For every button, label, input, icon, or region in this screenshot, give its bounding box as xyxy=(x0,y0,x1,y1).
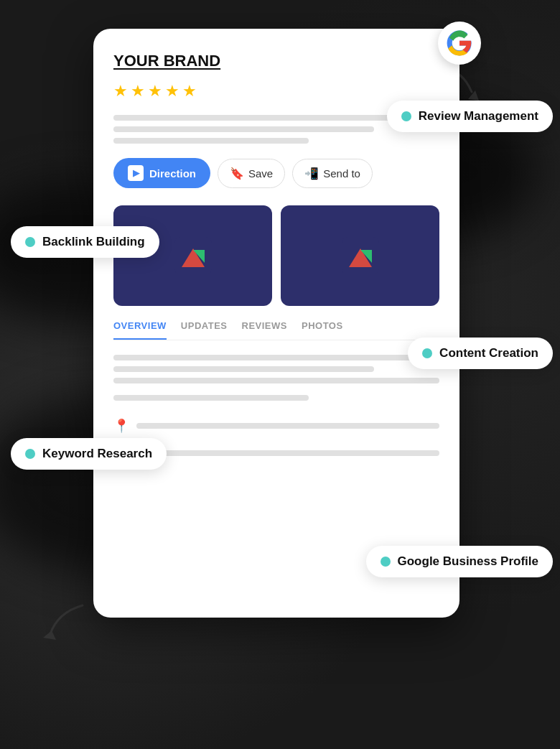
text-line-2 xyxy=(113,126,374,132)
star-rating: ★ ★ ★ ★ ★ xyxy=(113,82,439,101)
save-icon: 🔖 xyxy=(230,167,244,180)
tab-overview[interactable]: OVERVIEW xyxy=(113,320,167,340)
star-3: ★ xyxy=(148,82,162,101)
pill-review-management: Review Management xyxy=(387,101,553,132)
pill-dot-content xyxy=(422,348,432,358)
pill-text-review: Review Management xyxy=(419,109,538,124)
photo-logo-2 xyxy=(342,237,379,274)
location-icon: 📍 xyxy=(113,418,128,434)
save-label: Save xyxy=(248,167,273,180)
pill-keyword-research: Keyword Research xyxy=(11,438,167,470)
photos-grid xyxy=(113,205,439,306)
direction-button[interactable]: ▶ Direction xyxy=(113,158,210,188)
photo-card-2 xyxy=(281,205,439,306)
pill-dot-keyword xyxy=(25,449,35,459)
direction-icon: ▶ xyxy=(128,165,144,181)
pill-backlink-building: Backlink Building xyxy=(11,226,159,258)
svg-marker-1 xyxy=(43,631,56,640)
star-4: ★ xyxy=(165,82,179,101)
pill-text-gbp: Google Business Profile xyxy=(398,554,539,569)
pill-text-content: Content Creation xyxy=(439,346,538,360)
content-line-2 xyxy=(113,366,374,372)
pill-text-backlink: Backlink Building xyxy=(42,235,145,249)
photo-logo-1 xyxy=(174,237,212,274)
send-button[interactable]: 📲 Send to xyxy=(292,159,373,188)
pill-dot-gbp xyxy=(381,557,391,567)
action-buttons: ▶ Direction 🔖 Save 📲 Send to xyxy=(113,158,439,188)
tab-updates[interactable]: UPDATES xyxy=(181,320,228,340)
pill-text-keyword: Keyword Research xyxy=(42,447,152,461)
location-row: 📍 xyxy=(113,418,439,434)
star-1: ★ xyxy=(113,82,128,101)
direction-label: Direction xyxy=(149,167,196,180)
save-button[interactable]: 🔖 Save xyxy=(218,159,285,188)
star-5: ★ xyxy=(182,82,197,101)
tabs-row: OVERVIEW UPDATES REVIEWS PHOTOS xyxy=(113,320,439,340)
pill-google-business-profile: Google Business Profile xyxy=(366,546,554,577)
pill-content-creation: Content Creation xyxy=(408,338,553,369)
content-line-3 xyxy=(113,378,439,383)
content-line-1 xyxy=(113,355,439,360)
pill-dot-review xyxy=(401,111,411,121)
brand-name: YOUR BRAND xyxy=(113,52,220,70)
content-lines xyxy=(113,355,439,401)
star-2: ★ xyxy=(131,82,145,101)
card-header: YOUR BRAND xyxy=(113,52,439,70)
tab-reviews[interactable]: REVIEWS xyxy=(242,320,287,340)
google-logo-badge xyxy=(438,22,481,65)
send-label: Send to xyxy=(323,167,360,180)
svg-marker-0 xyxy=(468,90,479,101)
tab-photos[interactable]: PHOTOS xyxy=(302,320,343,340)
text-line-3 xyxy=(113,138,309,144)
arrow-bottom-left xyxy=(36,591,93,648)
pill-dot-backlink xyxy=(25,237,35,247)
content-line-4 xyxy=(113,395,309,401)
send-icon: 📲 xyxy=(304,167,319,180)
address-line xyxy=(136,423,439,429)
hours-line xyxy=(136,450,439,456)
